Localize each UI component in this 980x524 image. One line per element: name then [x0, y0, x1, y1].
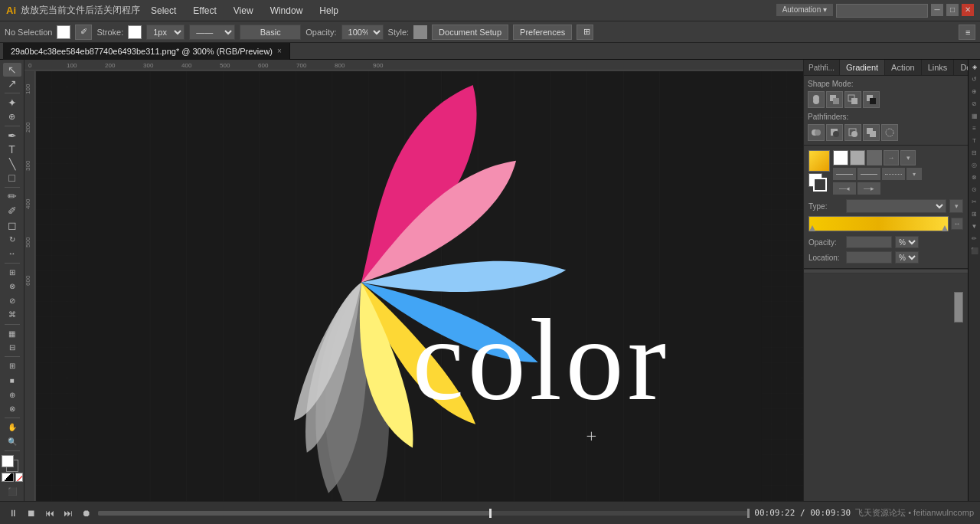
extra-options-btn[interactable]: ⊞ [577, 25, 593, 40]
menu-select[interactable]: Select [145, 5, 182, 16]
none-swatch[interactable] [15, 473, 23, 482]
far-btn-5[interactable]: ▦ [969, 111, 979, 121]
bar-chart-tool[interactable]: ⊟ [3, 341, 21, 355]
measure-tool[interactable]: ⊗ [3, 402, 21, 416]
stroke-color-3[interactable] [867, 150, 882, 165]
stroke-swatch-dark-box[interactable] [813, 178, 827, 192]
pathfinder-4[interactable] [863, 124, 880, 141]
gradient-preview-bar[interactable] [808, 216, 949, 231]
far-btn-8[interactable]: ⊟ [969, 148, 979, 158]
gradient-reverse-btn[interactable]: ↔ [951, 218, 963, 230]
rotate-tool[interactable]: ↻ [3, 232, 21, 246]
doc-setup-btn[interactable]: Document Setup [432, 25, 508, 40]
stroke-color-2[interactable] [850, 150, 865, 165]
stroke-color-1[interactable] [833, 150, 848, 165]
gradient-tool[interactable]: ■ [3, 374, 21, 388]
stroke-swatch-white[interactable] [128, 25, 142, 39]
shape-mode-2[interactable] [826, 91, 843, 108]
shape-mode-4[interactable] [863, 91, 880, 108]
type-select[interactable]: Linear Radial [846, 199, 946, 213]
pathfinder-1[interactable] [808, 124, 825, 141]
far-btn-2[interactable]: ↺ [969, 74, 979, 84]
blend-tool[interactable]: ⌘ [3, 308, 21, 322]
far-btn-16[interactable]: ⬛ [969, 246, 979, 256]
line-tool[interactable]: ╲ [3, 157, 21, 171]
warp-tool[interactable]: ⊗ [3, 280, 21, 293]
eyedropper-tool[interactable]: ⊕ [3, 388, 21, 401]
menu-window[interactable]: Window [264, 5, 309, 16]
direct-selection-tool[interactable]: ↗ [3, 77, 21, 91]
automation-btn[interactable]: Automation ▾ [776, 4, 833, 16]
gradient-tab[interactable]: Gradient [840, 60, 885, 75]
stroke-line-1[interactable] [833, 168, 856, 180]
far-btn-6[interactable]: ≡ [969, 123, 979, 133]
shape-tool[interactable]: □ [3, 171, 21, 185]
active-tab[interactable]: 29a0bc4c38ee584eb87740e6493be311.png* @ … [3, 43, 290, 60]
column-chart-tool[interactable]: ▦ [3, 326, 21, 340]
stroke-gradient-btn[interactable]: → [884, 150, 899, 165]
far-btn-9[interactable]: ◎ [969, 160, 979, 170]
paintbrush-tool[interactable]: ✏ [3, 190, 21, 204]
stop-btn[interactable]: ⏹ [24, 506, 38, 520]
shape-mode-3[interactable] [844, 91, 861, 108]
stroke-line-2[interactable] [858, 168, 880, 180]
record-btn[interactable]: ⏺ [80, 506, 93, 520]
opacity-input[interactable] [846, 236, 892, 248]
search-input[interactable] [836, 4, 928, 18]
maximize-btn[interactable]: □ [946, 4, 959, 16]
eraser-tool[interactable]: ◻ [3, 218, 21, 232]
scale-tool[interactable]: ⊞ [3, 265, 21, 279]
pathfinder-5[interactable] [881, 124, 898, 141]
shape-mode-1[interactable] [808, 91, 825, 108]
panel-resize-handle[interactable] [804, 269, 968, 273]
pause-btn[interactable]: ⏸ [6, 506, 20, 520]
gradient-stop-right[interactable] [942, 225, 948, 231]
menu-help[interactable]: Help [313, 5, 345, 16]
hand-tool[interactable]: ✋ [3, 421, 21, 434]
zoom-tool[interactable]: 🔍 [3, 435, 21, 449]
close-btn[interactable]: ✕ [962, 4, 974, 16]
magic-wand-tool[interactable]: ✦ [3, 96, 21, 110]
stroke-line-3[interactable] [882, 168, 905, 180]
minimize-btn[interactable]: ─ [931, 4, 943, 16]
fill-swatch[interactable] [57, 25, 70, 39]
menu-view[interactable]: View [227, 5, 260, 16]
lasso-tool[interactable]: ⊕ [3, 110, 21, 123]
gradient-swatch-small[interactable] [2, 473, 14, 482]
far-btn-11[interactable]: ⊙ [969, 185, 979, 195]
type-dropdown-btn[interactable]: ▾ [949, 199, 963, 213]
action-tab[interactable]: Action [885, 60, 922, 75]
pen-tool[interactable]: ✒ [3, 129, 21, 142]
timeline-track[interactable] [98, 511, 750, 516]
opacity-dropdown[interactable]: % [895, 236, 919, 248]
stroke-line-btn[interactable]: ▾ [906, 168, 922, 180]
arrange-btn[interactable]: ≡ [959, 25, 975, 40]
far-btn-14[interactable]: ▼ [969, 221, 979, 231]
gradient-color-swatch[interactable] [808, 150, 830, 172]
far-btn-1[interactable]: ◈ [969, 62, 979, 72]
stroke-arrow-1[interactable]: —◂ [833, 182, 856, 195]
canvas-area[interactable]: 0 100 200 300 400 500 600 700 800 900 10… [24, 60, 803, 501]
pathfinder-3[interactable] [844, 124, 861, 141]
far-btn-10[interactable]: ⊗ [969, 172, 979, 182]
menu-effect[interactable]: Effect [187, 5, 222, 16]
selection-tool[interactable]: ↖ [3, 63, 21, 77]
tab-close-btn[interactable]: × [277, 47, 282, 55]
end-marker[interactable] [747, 509, 750, 518]
far-btn-12[interactable]: ✂ [969, 197, 979, 207]
stroke-arrow-2[interactable]: —▸ [858, 182, 880, 195]
far-btn-13[interactable]: ⊞ [969, 209, 979, 219]
gradient-stop-left[interactable] [809, 225, 815, 231]
stroke-width-select[interactable]: 1px [146, 25, 185, 40]
preferences-btn[interactable]: Preferences [513, 25, 572, 40]
swap-colors-btn[interactable]: ⬛ [3, 484, 21, 498]
far-btn-7[interactable]: T [969, 136, 979, 146]
pathfinder-2[interactable] [826, 124, 843, 141]
style-swatch[interactable] [413, 25, 427, 39]
pencil-tool[interactable]: ✐ [3, 204, 21, 218]
far-btn-4[interactable]: ⊘ [969, 99, 979, 109]
far-btn-3[interactable]: ⊕ [969, 87, 979, 97]
far-btn-15[interactable]: ✏ [969, 234, 979, 244]
width-tool[interactable]: ⊘ [3, 293, 21, 307]
location-input[interactable] [846, 251, 892, 264]
